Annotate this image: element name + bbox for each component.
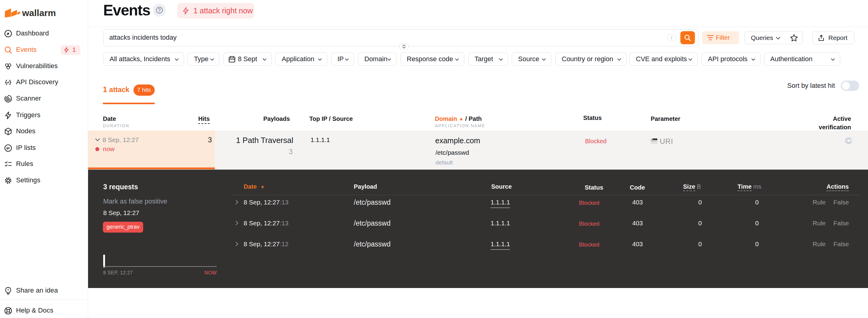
svg-text:IP: IP (6, 147, 10, 150)
